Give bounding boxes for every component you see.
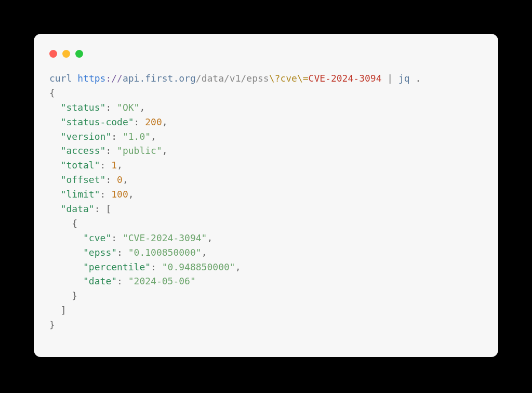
terminal-window: curl https://api.first.org/data/v1/epss\… <box>34 34 498 357</box>
json-val-cve: "CVE-2024-3094" <box>123 232 207 243</box>
json-val-version: "1.0" <box>123 131 151 142</box>
pipe: | <box>381 73 398 84</box>
json-key-percentile: "percentile" <box>83 261 151 272</box>
escape-equals: \= <box>297 73 309 84</box>
brace-open: { <box>49 87 55 98</box>
url-host: api.first.org <box>123 73 196 84</box>
json-key-date: "date" <box>83 276 117 286</box>
json-key-status: "status" <box>61 102 106 113</box>
escape-question: \? <box>269 73 281 84</box>
json-key-status-code: "status-code" <box>61 116 134 127</box>
jq-arg: . <box>410 73 421 84</box>
window-controls <box>49 47 483 60</box>
jq-command: jq <box>398 73 410 84</box>
cve-argument: CVE-2024-3094 <box>309 73 382 84</box>
json-key-access: "access" <box>61 145 106 156</box>
json-val-status-code: 200 <box>145 116 162 127</box>
json-key-data: "data" <box>61 203 95 214</box>
query-param: cve <box>280 73 297 84</box>
minimize-icon[interactable] <box>62 50 70 58</box>
json-val-percentile: "0.948850000" <box>162 261 235 272</box>
json-key-cve: "cve" <box>83 232 111 243</box>
json-key-total: "total" <box>61 160 100 171</box>
json-val-epss: "0.100850000" <box>128 247 202 258</box>
url-endpoint: epss <box>246 73 269 84</box>
url-scheme: https <box>77 73 105 84</box>
json-key-limit: "limit" <box>61 189 100 200</box>
json-val-access: "public" <box>117 145 162 156</box>
json-key-version: "version" <box>61 131 112 142</box>
json-key-offset: "offset" <box>61 174 106 185</box>
json-val-total: 1 <box>111 160 117 171</box>
url-path: /data/v1/ <box>196 73 247 84</box>
json-val-limit: 100 <box>111 189 128 200</box>
close-icon[interactable] <box>49 50 57 58</box>
json-val-offset: 0 <box>117 174 123 185</box>
terminal-output: curl https://api.first.org/data/v1/epss\… <box>49 71 483 332</box>
json-val-date: "2024-05-06" <box>128 276 196 286</box>
curl-command: curl <box>49 73 72 84</box>
zoom-icon[interactable] <box>75 50 83 58</box>
json-key-epss: "epss" <box>83 247 117 258</box>
url-sep: :// <box>105 73 123 84</box>
brace-close: } <box>49 319 55 330</box>
json-val-status: "OK" <box>117 102 139 113</box>
